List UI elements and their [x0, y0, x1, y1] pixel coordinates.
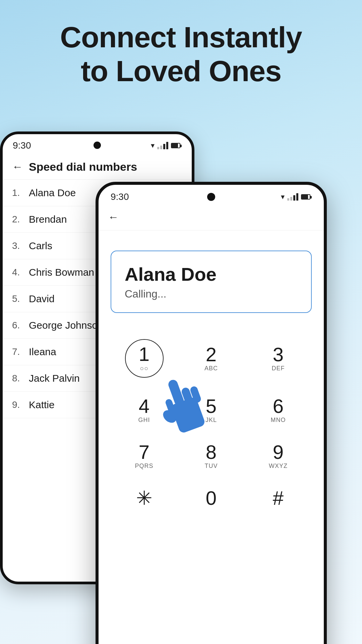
key-5-number: 5 — [206, 396, 217, 416]
wifi-icon-back: ▾ — [151, 141, 155, 150]
contact-name: Jack Palvin — [29, 373, 80, 384]
key-1[interactable]: 1 ○○ — [111, 330, 178, 387]
key-3-number: 3 — [273, 345, 284, 364]
calling-card: Alana Doe Calling... — [111, 251, 312, 313]
key-8-number: 8 — [206, 442, 217, 462]
contact-number: 5. — [12, 293, 29, 304]
key-9-number: 9 — [273, 442, 284, 462]
key-1-circle: 1 ○○ — [125, 339, 164, 378]
hero-title-line1: Connect Instantly — [60, 20, 302, 54]
key-3-letters: DEF — [272, 365, 285, 372]
key-star[interactable]: ✳ — [111, 479, 178, 517]
hero-title: Connect Instantly to Loved Ones — [0, 0, 362, 101]
time-front: 9:30 — [111, 192, 129, 202]
key-6[interactable]: 6 MNO — [245, 387, 312, 433]
contact-number: 6. — [12, 320, 29, 331]
contact-name: Kattie — [29, 399, 55, 411]
key-hash[interactable]: # — [245, 479, 312, 517]
keypad: 1 ○○ 2 ABC 3 DEF 4 GHI 5 JKL 6 — [99, 330, 324, 517]
key-0[interactable]: 0 — [178, 479, 245, 517]
key-9-letters: WXYZ — [269, 463, 288, 470]
key-0-number: 0 — [206, 488, 217, 508]
contact-number: 3. — [12, 240, 29, 251]
notch-bar-front: 9:30 ▾ — [99, 185, 324, 206]
key-1-letters: ○○ — [140, 365, 148, 372]
screen-title-back: Speed dial numbers — [29, 160, 137, 173]
camera-dot-back — [94, 142, 101, 149]
key-5-letters: JKL — [205, 417, 217, 424]
contact-name: Ileana — [29, 346, 56, 358]
contact-name: George Johnson — [29, 320, 103, 331]
battery-icon-back — [171, 143, 180, 148]
contact-name: Brendan — [29, 214, 67, 225]
key-star-number: ✳ — [136, 488, 153, 508]
key-1-number: 1 — [139, 344, 149, 364]
key-7-number: 7 — [139, 442, 149, 462]
contact-name: Carls — [29, 240, 52, 252]
top-bar-back: ← Speed dial numbers — [3, 154, 192, 180]
contact-number: 4. — [12, 267, 29, 278]
key-hash-number: # — [273, 488, 284, 508]
contact-number: 1. — [12, 187, 29, 198]
calling-name: Alana Doe — [125, 263, 298, 285]
back-button-front[interactable]: ← — [108, 211, 119, 223]
top-bar-front: ← — [99, 206, 324, 230]
contact-number: 9. — [12, 399, 29, 410]
key-4-number: 4 — [139, 396, 149, 416]
calling-status: Calling... — [125, 288, 298, 300]
time-back: 9:30 — [13, 140, 31, 151]
key-4-letters: GHI — [138, 417, 150, 424]
phone-front: 9:30 ▾ ← Alana Doe Calling... — [96, 182, 327, 644]
key-2-number: 2 — [206, 345, 217, 364]
back-button-back[interactable]: ← — [12, 161, 23, 173]
battery-icon-front — [301, 194, 310, 200]
contact-number: 2. — [12, 214, 29, 225]
contact-name: David — [29, 293, 55, 305]
contact-number: 7. — [12, 346, 29, 357]
signal-icon-back — [157, 142, 168, 149]
key-4[interactable]: 4 GHI — [111, 387, 178, 433]
contact-number: 8. — [12, 373, 29, 384]
hero-title-line2: to Loved Ones — [81, 54, 281, 88]
key-3[interactable]: 3 DEF — [245, 330, 312, 387]
key-5[interactable]: 5 JKL — [178, 387, 245, 433]
key-2[interactable]: 2 ABC — [178, 330, 245, 387]
key-7-letters: PQRS — [135, 463, 153, 470]
key-6-number: 6 — [273, 396, 284, 416]
key-9[interactable]: 9 WXYZ — [245, 433, 312, 479]
key-2-letters: ABC — [204, 365, 218, 372]
wifi-icon-front: ▾ — [281, 193, 285, 201]
status-icons-front: ▾ — [281, 193, 312, 201]
contact-name: Alana Doe — [29, 187, 76, 199]
key-6-letters: MNO — [271, 417, 286, 424]
key-7[interactable]: 7 PQRS — [111, 433, 178, 479]
phones-container: 9:30 ▾ ← Speed dial numbers — [0, 101, 362, 618]
contact-name: Chris Bowman — [29, 267, 94, 278]
status-icons-back: ▾ — [151, 141, 182, 150]
key-8-letters: TUV — [205, 463, 218, 470]
key-8[interactable]: 8 TUV — [178, 433, 245, 479]
signal-icon-front — [287, 193, 298, 201]
